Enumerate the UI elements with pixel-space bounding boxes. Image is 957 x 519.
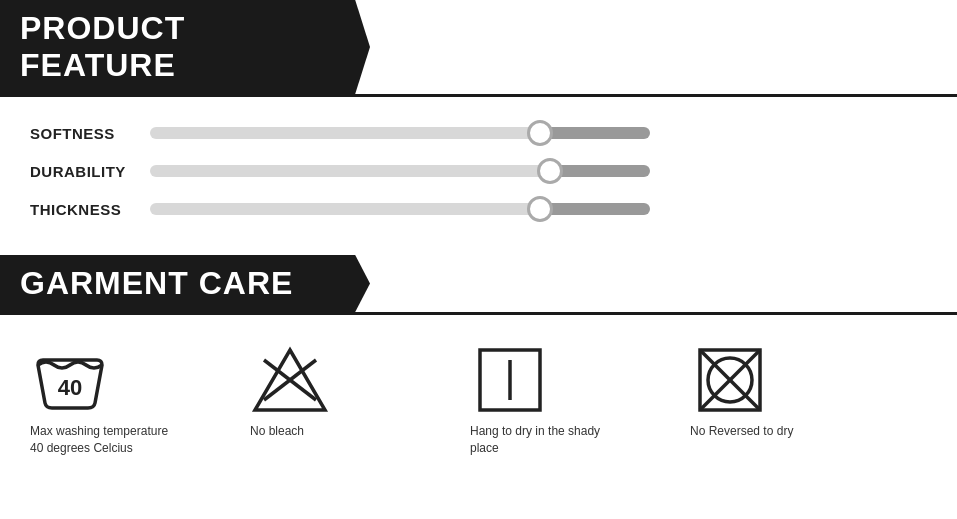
no-bleach-icon xyxy=(250,345,330,415)
thickness-row: THICKNESS xyxy=(30,197,927,221)
no-bleach-label: No bleach xyxy=(250,423,304,440)
garment-care-title: GARMENT CARE xyxy=(0,255,370,312)
product-feature-section: PRODUCT FEATURE SOFTNESS DURABILITY xyxy=(0,0,957,255)
durability-row: DURABILITY xyxy=(30,159,927,183)
hang-dry-icon xyxy=(470,345,550,415)
garment-care-content: 40 Max washing temperature 40 degrees Ce… xyxy=(0,315,957,477)
thickness-slider[interactable] xyxy=(150,197,650,221)
wash-label: Max washing temperature 40 degrees Celci… xyxy=(30,423,180,457)
durability-label: DURABILITY xyxy=(30,163,150,180)
care-icon-no-reversed: No Reversed to dry xyxy=(690,345,850,440)
care-icon-no-bleach: No bleach xyxy=(250,345,410,440)
thickness-label: THICKNESS xyxy=(30,201,150,218)
product-feature-content: SOFTNESS DURABILITY THICKN xyxy=(0,97,957,255)
care-icon-wash: 40 Max washing temperature 40 degrees Ce… xyxy=(30,345,190,457)
care-icons-row: 40 Max washing temperature 40 degrees Ce… xyxy=(30,335,927,457)
no-reversed-label: No Reversed to dry xyxy=(690,423,793,440)
garment-care-section: GARMENT CARE 40 Max washing temperature … xyxy=(0,255,957,477)
product-feature-title: PRODUCT FEATURE xyxy=(0,0,370,94)
softness-row: SOFTNESS xyxy=(30,121,927,145)
hang-dry-label: Hang to dry in the shady place xyxy=(470,423,620,457)
softness-slider[interactable] xyxy=(150,121,650,145)
product-feature-header-wrapper: PRODUCT FEATURE xyxy=(0,0,957,97)
care-icon-hang-dry: Hang to dry in the shady place xyxy=(470,345,630,457)
no-reversed-icon xyxy=(690,345,770,415)
softness-label: SOFTNESS xyxy=(30,125,150,142)
durability-slider[interactable] xyxy=(150,159,650,183)
garment-care-header-wrapper: GARMENT CARE xyxy=(0,255,957,315)
wash-40-icon: 40 xyxy=(30,345,110,415)
svg-text:40: 40 xyxy=(58,375,82,400)
